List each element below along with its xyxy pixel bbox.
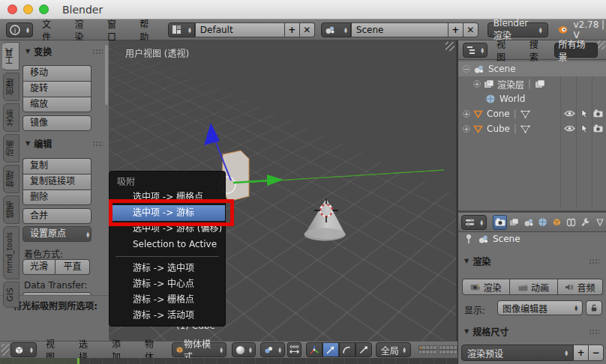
outliner-menu-search[interactable]: 搜索 <box>520 37 554 63</box>
tab-create[interactable]: 创建 <box>3 73 20 101</box>
duplicate-linked-button[interactable]: 复制链接项 <box>22 174 92 189</box>
tab-grease-pencil[interactable]: 蜡笔 <box>3 195 20 224</box>
layer-cell[interactable] <box>418 345 422 350</box>
panel-edit-header[interactable]: ▼ 编辑 <box>21 137 107 150</box>
scene-name-field[interactable]: Scene <box>351 22 448 37</box>
pivot-point-dropdown[interactable]: ▲▼ <box>260 342 285 357</box>
menu-item-cursor-to-grid[interactable]: 游标 -> 栅格点 <box>110 292 225 308</box>
visibility-eye-icon[interactable] <box>564 124 575 133</box>
render-audio-button[interactable]: 音频 <box>558 279 603 295</box>
menu-window[interactable]: 窗口 <box>98 17 130 43</box>
add-layout-button[interactable]: + <box>285 22 300 37</box>
render-engine-dropdown[interactable]: Blender 渲染 ▲▼ <box>488 22 548 37</box>
tree-row-cube[interactable]: + Cube | <box>458 121 606 136</box>
screen-layout-browse-button[interactable]: ▲▼ <box>168 22 195 37</box>
delete-layout-button[interactable]: ✕ <box>300 22 315 37</box>
tab-animation[interactable]: 动画 <box>3 134 20 163</box>
panel-dimensions-header[interactable]: ▼ 规格尺寸 <box>460 325 604 338</box>
menu-help[interactable]: 帮助 <box>130 17 163 43</box>
tree-row-render-layers[interactable]: + 渲染层 | <box>458 76 606 91</box>
renderability-camera-icon[interactable] <box>593 109 603 118</box>
expand-icon[interactable]: + <box>463 125 470 133</box>
tab-modifiers-properties[interactable] <box>578 215 592 230</box>
menu-item-cursor-to-selected[interactable]: 游标 -> 选中项 <box>110 261 225 276</box>
tab-constraints-properties[interactable] <box>564 215 578 230</box>
zoom-window-button[interactable] <box>39 4 49 14</box>
delete-button[interactable]: 删除 <box>22 189 92 205</box>
timeline-strip[interactable] <box>0 358 458 364</box>
renderability-camera-icon[interactable] <box>593 124 603 133</box>
tab-data-properties[interactable] <box>592 215 606 230</box>
tab-scene-properties[interactable] <box>521 215 536 230</box>
render-presets-dropdown[interactable]: 渲染预设 ▲▼ <box>461 345 574 361</box>
layer-cell[interactable] <box>454 350 458 354</box>
translate-manipulator-button[interactable] <box>322 342 339 357</box>
transform-orientation-dropdown[interactable]: 全局 ▲▼ <box>376 342 411 357</box>
expand-icon[interactable]: + <box>463 110 470 118</box>
duplicate-button[interactable]: 复制 <box>22 158 92 174</box>
z-axis-arrowhead[interactable] <box>204 123 220 145</box>
layers-grid[interactable] <box>417 345 458 354</box>
set-origin-dropdown[interactable]: 设置原点 ▲▼ <box>22 226 92 242</box>
menu-item-selection-to-active[interactable]: Selection to Active <box>110 237 225 252</box>
delete-scene-button[interactable]: ✕ <box>464 22 478 37</box>
remove-preset-button[interactable]: − <box>589 345 604 361</box>
rotate-manipulator-button[interactable] <box>339 342 356 357</box>
selectability-cursor-icon[interactable] <box>580 109 588 118</box>
menu-render[interactable]: 渲染 <box>65 17 98 43</box>
outliner-display-filter-dropdown[interactable]: 所有场景 <box>554 43 598 58</box>
scene-browse-button[interactable]: ▲▼ <box>321 22 351 37</box>
lock-interface-button[interactable] <box>586 300 602 315</box>
outliner-menu-view[interactable]: 视图 <box>488 37 520 63</box>
editor-type-selector-outliner[interactable]: ▲▼ <box>463 43 488 58</box>
menu-file[interactable]: 文件 <box>33 17 65 43</box>
render-animation-button[interactable]: 动画 <box>510 279 558 295</box>
editor-type-selector-info[interactable]: i ▲▼ <box>6 22 33 37</box>
panel-transform-header[interactable]: ▼ 变换 <box>21 45 107 58</box>
corner-grip-icon[interactable] <box>2 344 9 356</box>
scale-manipulator-button[interactable] <box>356 342 372 357</box>
scale-button[interactable]: 缩放 <box>22 97 92 112</box>
selectability-cursor-icon[interactable] <box>580 124 588 133</box>
pin-icon[interactable] <box>464 234 473 244</box>
corner-grip-icon[interactable] <box>598 40 605 49</box>
cube-object[interactable] <box>222 151 249 201</box>
visibility-eye-icon[interactable] <box>564 109 575 118</box>
y-axis-arrowhead[interactable] <box>267 175 284 186</box>
manipulate-center-points-button[interactable] <box>287 342 302 357</box>
shade-smooth-button[interactable]: 光滑 <box>22 259 56 275</box>
viewport-shading-dropdown[interactable]: ▲▼ <box>232 342 256 357</box>
tab-world-properties[interactable] <box>536 215 550 230</box>
add-preset-button[interactable]: + <box>574 345 589 361</box>
tab-render-properties[interactable] <box>493 215 507 230</box>
tab-render-layers-properties[interactable] <box>507 215 521 230</box>
manipulator-toggle-button[interactable] <box>306 342 322 357</box>
tab-physics[interactable]: 物理 <box>3 165 20 193</box>
menu-item-cursor-to-active[interactable]: 游标 -> 活动项 <box>110 308 225 324</box>
translate-button[interactable]: 移动 <box>22 65 92 81</box>
minimize-window-button[interactable] <box>23 4 33 14</box>
close-window-button[interactable] <box>8 4 17 14</box>
tree-row-scene[interactable]: − Scene <box>458 61 606 76</box>
editor-type-selector-properties[interactable]: ▲▼ <box>461 215 487 230</box>
expand-icon[interactable]: + <box>473 80 481 88</box>
tab-relations[interactable]: 关系 <box>3 103 20 132</box>
menu-item-cursor-to-center[interactable]: 游标 -> 中心点 <box>110 276 225 292</box>
tab-tools[interactable]: 工具 <box>2 42 20 70</box>
tree-row-world[interactable]: World <box>458 91 606 106</box>
mode-dropdown[interactable]: 物体模式 ▲▼ <box>172 342 226 357</box>
panel-render-header[interactable]: ▼ 渲染 <box>460 255 604 267</box>
tree-row-cone[interactable]: + Cone | <box>458 106 606 121</box>
mirror-button[interactable]: 镜像 <box>22 115 92 131</box>
corner-grip-icon[interactable] <box>446 42 454 51</box>
add-scene-button[interactable]: + <box>448 22 464 37</box>
timeline-current-frame-marker[interactable] <box>77 358 80 364</box>
tab-object-properties[interactable] <box>550 215 564 230</box>
shelf-scrollbar[interactable] <box>105 45 108 105</box>
collapse-icon[interactable]: − <box>463 65 470 73</box>
viewport-3d[interactable]: 用户视图 (透视) (1) Cube 吸附 选中项 -> 栅格点 选中项 -> … <box>109 40 458 341</box>
screen-layout-name-field[interactable]: Default <box>195 22 285 37</box>
render-button[interactable]: 渲染 <box>462 279 510 295</box>
shade-flat-button[interactable]: 平直 <box>56 259 90 275</box>
editor-type-selector-3dview[interactable]: ▲▼ <box>10 342 37 357</box>
